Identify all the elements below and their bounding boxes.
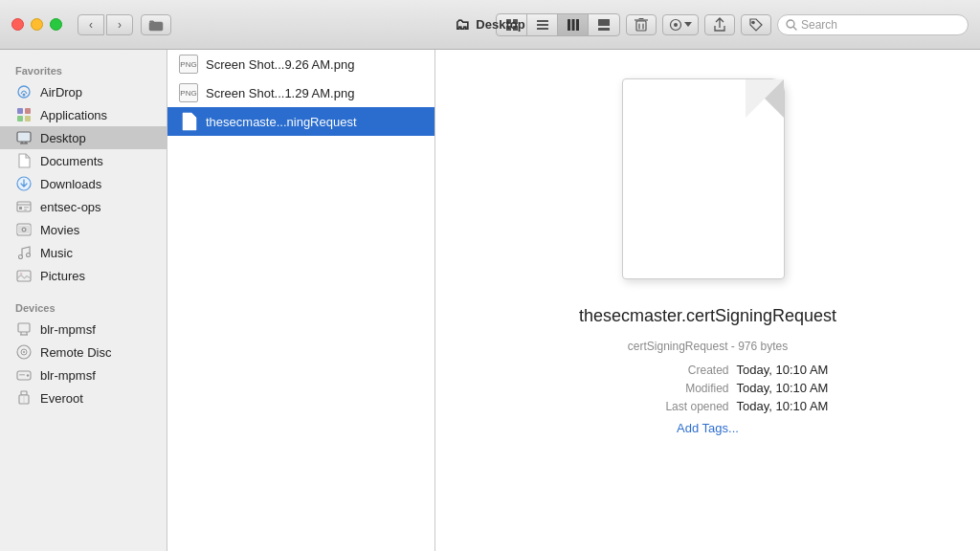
svg-rect-54 [19, 374, 25, 376]
sidebar-item-airdrop[interactable]: AirDrop [0, 80, 167, 103]
search-box[interactable]: Search [777, 14, 969, 35]
forward-button[interactable]: › [106, 14, 133, 35]
minimize-button[interactable] [31, 18, 43, 31]
svg-rect-47 [18, 323, 30, 332]
view-cover-button[interactable] [589, 14, 619, 35]
preview-filename: thesecmaster.certSigningRequest [579, 306, 836, 326]
file-item-screenshot1[interactable]: PNG Screen Shot...9.26 AM.png [167, 50, 434, 78]
sidebar-item-music[interactable]: Music [0, 241, 167, 264]
file-item-csr[interactable]: thesecmaste...ningRequest [167, 107, 434, 136]
svg-point-43 [19, 255, 23, 259]
svg-rect-28 [25, 116, 31, 121]
csr-name: thesecmaste...ningRequest [206, 115, 357, 129]
pictures-icon [15, 267, 33, 284]
screenshot1-name: Screen Shot...9.26 AM.png [206, 57, 354, 72]
everoot-icon [15, 389, 33, 407]
svg-point-19 [674, 23, 678, 27]
view-columns-button[interactable] [558, 14, 589, 35]
created-row: Created Today, 10:10 AM [526, 363, 890, 377]
blr-mpmsf2-label: blr-mpmsf [40, 368, 96, 383]
created-value: Today, 10:10 AM [737, 363, 890, 377]
svg-rect-8 [568, 19, 570, 31]
action-button[interactable] [662, 14, 699, 35]
sidebar-item-blr-mpmsf[interactable]: blr-mpmsf [0, 318, 167, 341]
screenshot1-icon: PNG [179, 55, 198, 74]
close-button[interactable] [11, 18, 24, 31]
sidebar-item-pictures[interactable]: Pictures [0, 264, 167, 287]
svg-rect-25 [17, 108, 23, 114]
nav-buttons: ‹ › [78, 14, 133, 35]
preview-meta-type: certSigningRequest - 976 bytes [526, 340, 890, 353]
desktop-label: Desktop [40, 131, 86, 145]
applications-icon [15, 106, 33, 123]
svg-rect-36 [19, 207, 22, 209]
sidebar-item-downloads[interactable]: Downloads [0, 172, 167, 195]
pictures-label: Pictures [40, 269, 85, 283]
sidebar-item-applications[interactable]: Applications [0, 103, 167, 126]
svg-rect-9 [571, 19, 574, 31]
svg-point-42 [23, 229, 25, 231]
preview-meta-table: Created Today, 10:10 AM Modified Today, … [526, 363, 890, 417]
main-content: Favorites AirDrop Applications [0, 50, 980, 551]
svg-rect-34 [17, 202, 31, 211]
sidebar-item-remote-disc[interactable]: Remote Disc [0, 341, 167, 364]
svg-point-44 [27, 253, 31, 257]
sidebar-item-desktop[interactable]: Desktop [0, 126, 167, 149]
sidebar-item-movies[interactable]: Movies [0, 218, 167, 241]
downloads-label: Downloads [40, 177, 101, 191]
svg-rect-37 [24, 207, 29, 208]
desktop-icon [15, 129, 33, 146]
svg-rect-0 [149, 22, 163, 31]
last-opened-label: Last opened [641, 400, 737, 413]
svg-rect-13 [636, 21, 646, 31]
screenshot2-icon: PNG [179, 83, 198, 102]
title-folder-icon: 🗂 [455, 16, 470, 33]
sidebar-item-blr-mpmsf2[interactable]: blr-mpmsf [0, 364, 167, 386]
svg-line-22 [794, 27, 797, 30]
everoot-label: Everoot [40, 391, 83, 406]
downloads-icon [15, 175, 33, 192]
title-bar: ‹ › 🗂 Desktop [0, 0, 980, 50]
folder-button[interactable] [141, 14, 171, 35]
svg-rect-5 [537, 20, 548, 22]
airdrop-icon [15, 83, 33, 100]
modified-value: Today, 10:10 AM [737, 381, 890, 395]
back-button[interactable]: ‹ [78, 14, 104, 35]
traffic-lights [11, 18, 62, 31]
screenshot2-name: Screen Shot...1.29 AM.png [206, 86, 354, 100]
toolbar-right: Search [496, 13, 969, 36]
maximize-button[interactable] [50, 18, 62, 31]
svg-point-51 [23, 351, 25, 353]
svg-rect-10 [576, 19, 579, 31]
remote-disc-label: Remote Disc [40, 345, 111, 360]
window-title: 🗂 Desktop [455, 16, 524, 33]
svg-rect-12 [598, 28, 610, 31]
devices-label: Devices [0, 295, 167, 318]
preview-file-icon [622, 78, 794, 289]
sidebar-item-documents[interactable]: Documents [0, 149, 167, 172]
preview-pane: thesecmaster.certSigningRequest certSign… [435, 50, 980, 551]
file-item-screenshot2[interactable]: PNG Screen Shot...1.29 AM.png [167, 78, 434, 107]
window-title-text: Desktop [476, 17, 524, 32]
favorites-label: Favorites [0, 57, 167, 80]
tag-button[interactable] [741, 14, 771, 35]
svg-rect-29 [17, 132, 31, 142]
blr-mpmsf-icon [15, 320, 33, 338]
sidebar-item-entsec[interactable]: entsec-ops [0, 195, 167, 218]
svg-point-24 [23, 94, 26, 97]
sidebar-item-everoot[interactable]: Everoot [0, 386, 167, 409]
svg-rect-38 [24, 209, 27, 210]
drive-icon [15, 366, 33, 384]
movies-label: Movies [40, 223, 79, 237]
svg-rect-11 [598, 19, 610, 26]
add-tags-link[interactable]: Add Tags... [677, 421, 739, 435]
view-list-button[interactable] [527, 14, 558, 35]
airdrop-label: AirDrop [40, 85, 82, 99]
delete-button[interactable] [626, 14, 657, 35]
sidebar: Favorites AirDrop Applications [0, 50, 167, 551]
svg-point-21 [787, 20, 794, 28]
share-button[interactable] [704, 14, 735, 35]
entsec-label: entsec-ops [40, 200, 101, 214]
last-opened-row: Last opened Today, 10:10 AM [526, 399, 890, 413]
remote-disc-icon [15, 343, 33, 361]
